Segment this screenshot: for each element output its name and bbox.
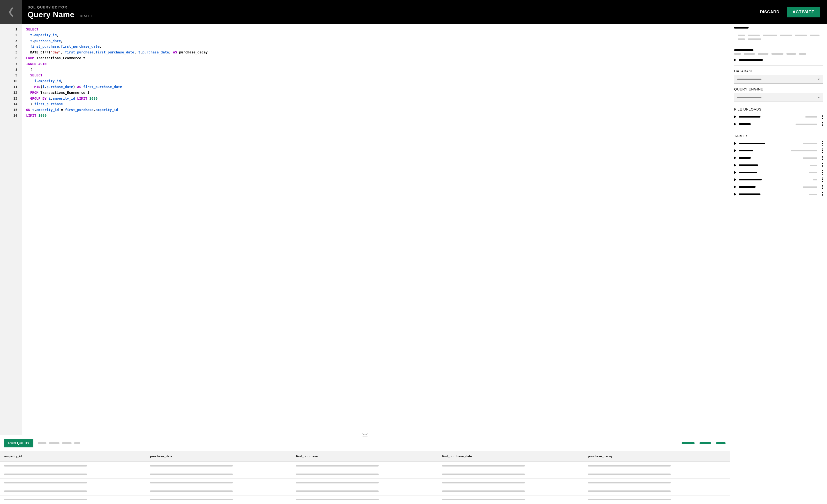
column-header[interactable]: first_purchase_date (438, 451, 584, 462)
kebab-icon[interactable] (822, 170, 823, 174)
table-item[interactable] (734, 191, 823, 198)
column-header[interactable]: first_purchase (292, 451, 438, 462)
chevron-down-icon (818, 79, 820, 80)
query-engine-select[interactable] (734, 93, 823, 102)
status-badge: DRAFT (80, 14, 92, 18)
kebab-icon[interactable] (822, 149, 823, 153)
side-panel: DATABASE QUERY ENGINE FILE UPLOADS TABLE… (730, 24, 827, 504)
kebab-icon[interactable] (822, 141, 823, 146)
column-header[interactable]: amperity_id (0, 451, 146, 462)
split-handle[interactable]: ••• (362, 433, 369, 437)
run-query-button[interactable]: RUN QUERY (4, 439, 33, 447)
line-number-gutter: 12345678910111213141516 (0, 24, 22, 435)
column-header[interactable]: purchase_decay (584, 451, 730, 462)
side-meta-placeholders (734, 53, 823, 55)
results-table: amperity_idpurchase_datefirst_purchasefi… (0, 451, 730, 504)
kebab-icon[interactable] (822, 178, 823, 182)
file-upload-item[interactable] (734, 120, 823, 128)
kebab-icon[interactable] (822, 192, 823, 196)
results-panel: RUN QUERY amperity_idpurchase_datefir (0, 435, 730, 504)
database-label: DATABASE (734, 69, 823, 73)
kebab-icon[interactable] (822, 163, 823, 167)
tables-label: TABLES (734, 134, 823, 138)
side-expandable-placeholder[interactable] (734, 57, 823, 63)
expand-icon (734, 115, 736, 118)
activate-button[interactable]: ACTIVATE (787, 7, 820, 17)
query-engine-label: QUERY ENGINE (734, 87, 823, 91)
file-uploads-label: FILE UPLOADS (734, 107, 823, 111)
table-item[interactable] (734, 169, 823, 176)
file-upload-item[interactable] (734, 113, 823, 120)
table-item[interactable] (734, 176, 823, 183)
database-select[interactable] (734, 75, 823, 84)
chevron-left-icon (8, 7, 14, 17)
expand-icon (734, 164, 736, 167)
expand-icon (734, 178, 736, 181)
breadcrumb: SQL QUERY EDITOR (28, 5, 757, 9)
expand-icon (734, 58, 736, 61)
table-item[interactable] (734, 147, 823, 154)
expand-icon (734, 193, 736, 196)
side-subtitle-placeholder (734, 49, 753, 51)
results-status-placeholders (38, 442, 80, 444)
table-item[interactable] (734, 161, 823, 169)
code-area[interactable]: SELECT t.amperity_id, t.purchase_date, f… (22, 24, 730, 435)
kebab-icon[interactable] (822, 156, 823, 160)
table-row (0, 496, 730, 504)
kebab-icon[interactable] (822, 115, 823, 119)
discard-button[interactable]: DISCARD (757, 7, 782, 17)
top-bar: SQL QUERY EDITOR Query Name DRAFT DISCAR… (0, 0, 827, 24)
expand-icon (734, 142, 736, 145)
sql-editor[interactable]: 12345678910111213141516 SELECT t.amperit… (0, 24, 730, 435)
table-row (0, 487, 730, 496)
column-header[interactable]: purchase_date (146, 451, 292, 462)
expand-icon (734, 156, 736, 159)
table-item[interactable] (734, 154, 823, 161)
table-row (0, 462, 730, 470)
expand-icon (734, 171, 736, 174)
table-item[interactable] (734, 140, 823, 147)
side-info-box (734, 31, 823, 46)
expand-icon (734, 186, 736, 188)
kebab-icon[interactable] (822, 185, 823, 189)
side-title-placeholder (734, 27, 748, 29)
table-row (0, 478, 730, 487)
page-title: Query Name (28, 10, 75, 19)
table-row (0, 470, 730, 478)
kebab-icon[interactable] (822, 122, 823, 126)
chevron-down-icon (818, 97, 820, 98)
table-item[interactable] (734, 183, 823, 191)
results-actions-placeholders (682, 442, 726, 444)
expand-icon (734, 122, 736, 125)
expand-icon (734, 149, 736, 152)
back-button[interactable] (0, 0, 22, 24)
